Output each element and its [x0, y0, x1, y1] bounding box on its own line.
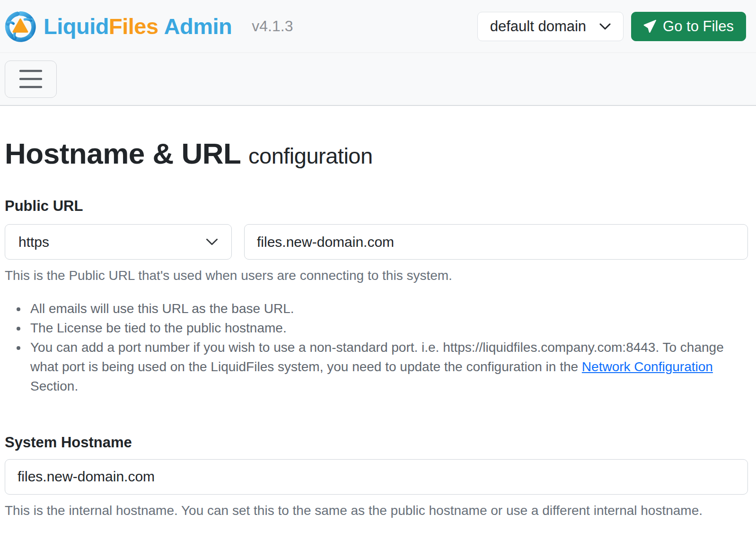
domain-selector-value: default domain	[490, 18, 586, 35]
system-hostname-help: This is the internal hostname. You can s…	[5, 502, 748, 519]
public-url-section: Public URL https This is the Public URL …	[5, 197, 748, 396]
note-item: All emails will use this URL as the base…	[27, 299, 748, 318]
note-item: The License be tied to the public hostna…	[27, 318, 748, 338]
send-icon	[643, 20, 656, 33]
note-item: You can add a port number if you wish to…	[27, 338, 748, 396]
public-url-help: This is the Public URL that's used when …	[5, 267, 748, 284]
page-title: Hostname & URL configuration	[5, 106, 748, 171]
version-label: v4.1.3	[252, 17, 293, 35]
note-text: Section.	[30, 379, 78, 393]
domain-selector[interactable]: default domain	[477, 12, 624, 41]
system-hostname-label: System Hostname	[5, 434, 748, 451]
go-to-files-label: Go to Files	[663, 18, 734, 35]
brand-liquid: Liquid	[44, 14, 109, 39]
go-to-files-button[interactable]: Go to Files	[631, 12, 746, 41]
brand-admin: Admin	[164, 14, 232, 39]
public-url-row: https	[5, 224, 748, 260]
brand-files: Files	[109, 14, 158, 39]
chevron-down-icon	[206, 238, 218, 246]
note-text: All emails will use this URL as the base…	[30, 301, 294, 316]
main-content: Hostname & URL configuration Public URL …	[0, 106, 756, 519]
page-title-main: Hostname & URL	[5, 137, 240, 170]
system-hostname-input[interactable]	[5, 459, 748, 495]
public-url-notes: All emails will use this URL as the base…	[5, 299, 748, 396]
network-configuration-link[interactable]: Network Configuration	[582, 359, 713, 374]
scheme-select[interactable]: https	[5, 224, 232, 260]
system-hostname-section: System Hostname This is the internal hos…	[5, 434, 748, 518]
chevron-down-icon	[599, 23, 611, 30]
menu-toggle-button[interactable]	[5, 61, 57, 98]
app-header: LiquidFilesAdmin v4.1.3 default domain G…	[0, 0, 756, 53]
note-text: The License be tied to the public hostna…	[30, 321, 287, 335]
public-hostname-input[interactable]	[244, 224, 748, 260]
public-url-label: Public URL	[5, 197, 748, 215]
hamburger-icon	[19, 69, 42, 89]
brand-title: LiquidFilesAdmin	[44, 13, 232, 39]
liquidfiles-logo-icon	[5, 11, 36, 42]
nav-toolbar	[0, 53, 756, 106]
scheme-select-value: https	[18, 234, 49, 250]
system-hostname-input-wrap	[5, 459, 748, 495]
page-title-sub: configuration	[248, 143, 373, 168]
